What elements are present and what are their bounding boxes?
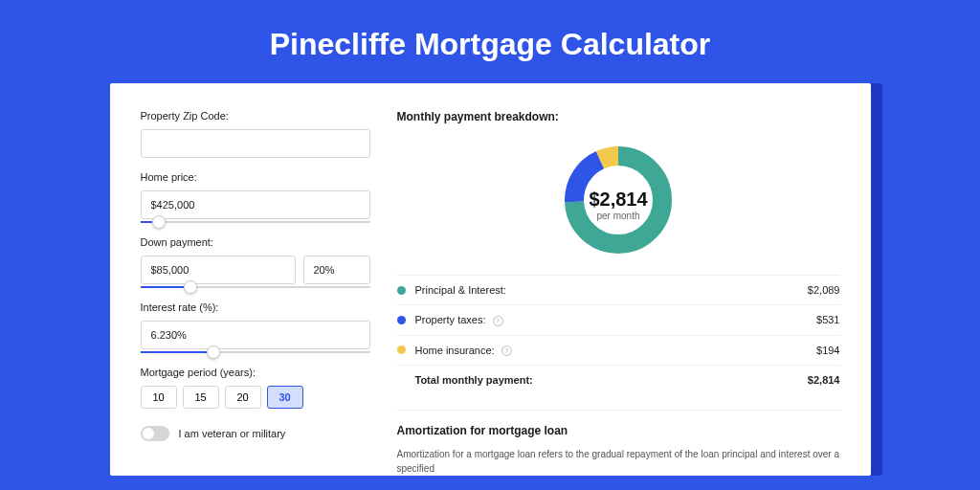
- down-payment-label: Down payment:: [141, 236, 370, 248]
- home-price-input[interactable]: [141, 190, 370, 219]
- veteran-row: I am veteran or military: [141, 426, 370, 441]
- legend-dot: [397, 345, 406, 354]
- legend: Principal & Interest: $2,089 Property ta…: [397, 275, 840, 394]
- period-option-15[interactable]: 15: [183, 386, 219, 409]
- legend-label: Home insurance: ?: [415, 345, 817, 357]
- down-payment-field: Down payment:: [141, 236, 370, 288]
- zip-field: Property Zip Code:: [141, 110, 370, 158]
- amortization-title: Amortization for mortgage loan: [397, 424, 840, 437]
- donut-amount: $2,814: [589, 189, 647, 211]
- calculator-card: Property Zip Code: Home price: Down paym…: [110, 83, 871, 476]
- info-icon[interactable]: ?: [501, 345, 512, 356]
- legend-row-ins: Home insurance: ? $194: [397, 336, 840, 367]
- legend-dot: [397, 316, 406, 324]
- donut-sub: per month: [589, 211, 647, 221]
- period-option-10[interactable]: 10: [141, 386, 177, 409]
- legend-value: $194: [816, 345, 839, 356]
- page-title: Pinecliffe Mortgage Calculator: [0, 0, 980, 83]
- donut-center: $2,814 per month: [589, 189, 647, 221]
- home-price-label: Home price:: [141, 171, 370, 183]
- legend-row-pi: Principal & Interest: $2,089: [397, 276, 840, 305]
- legend-dot: [397, 286, 406, 295]
- info-icon[interactable]: ?: [493, 316, 503, 326]
- breakdown-title: Monthly payment breakdown:: [397, 110, 840, 123]
- legend-row-total: Total monthly payment: $2,814: [397, 366, 840, 394]
- veteran-label: I am veteran or military: [179, 428, 286, 439]
- legend-value: $531: [816, 314, 839, 325]
- zip-input[interactable]: [141, 129, 370, 158]
- legend-row-tax: Property taxes: ? $531: [397, 305, 840, 336]
- breakdown-panel: Monthly payment breakdown: $2,814 per mo…: [397, 110, 840, 476]
- amortization-section: Amortization for mortgage loan Amortizat…: [397, 410, 840, 476]
- down-payment-amount-input[interactable]: [141, 256, 296, 284]
- form-panel: Property Zip Code: Home price: Down paym…: [141, 110, 370, 476]
- interest-rate-label: Interest rate (%):: [141, 301, 370, 313]
- total-value: $2,814: [808, 374, 840, 386]
- down-payment-slider[interactable]: [141, 286, 370, 288]
- interest-rate-field: Interest rate (%):: [141, 301, 370, 353]
- donut-chart: $2,814 per month: [397, 137, 840, 275]
- legend-label: Principal & Interest:: [415, 284, 808, 296]
- mortgage-period-field: Mortgage period (years): 10 15 20 30: [141, 367, 370, 409]
- interest-rate-slider[interactable]: [141, 351, 370, 353]
- legend-label: Property taxes: ?: [415, 314, 817, 326]
- home-price-field: Home price:: [141, 171, 370, 223]
- home-price-slider[interactable]: [141, 221, 370, 223]
- period-options: 10 15 20 30: [141, 386, 370, 409]
- slider-thumb[interactable]: [207, 345, 220, 359]
- slider-thumb[interactable]: [184, 280, 197, 294]
- total-label: Total monthly payment:: [415, 374, 808, 386]
- period-option-20[interactable]: 20: [225, 386, 261, 409]
- veteran-toggle[interactable]: [141, 426, 169, 441]
- interest-rate-input[interactable]: [141, 321, 370, 349]
- period-option-30[interactable]: 30: [267, 386, 303, 409]
- mortgage-period-label: Mortgage period (years):: [141, 367, 370, 378]
- down-payment-percent-input[interactable]: [303, 256, 370, 284]
- slider-thumb[interactable]: [152, 215, 166, 229]
- legend-value: $2,089: [808, 284, 840, 296]
- amortization-text: Amortization for a mortgage loan refers …: [397, 447, 840, 476]
- zip-label: Property Zip Code:: [141, 110, 370, 122]
